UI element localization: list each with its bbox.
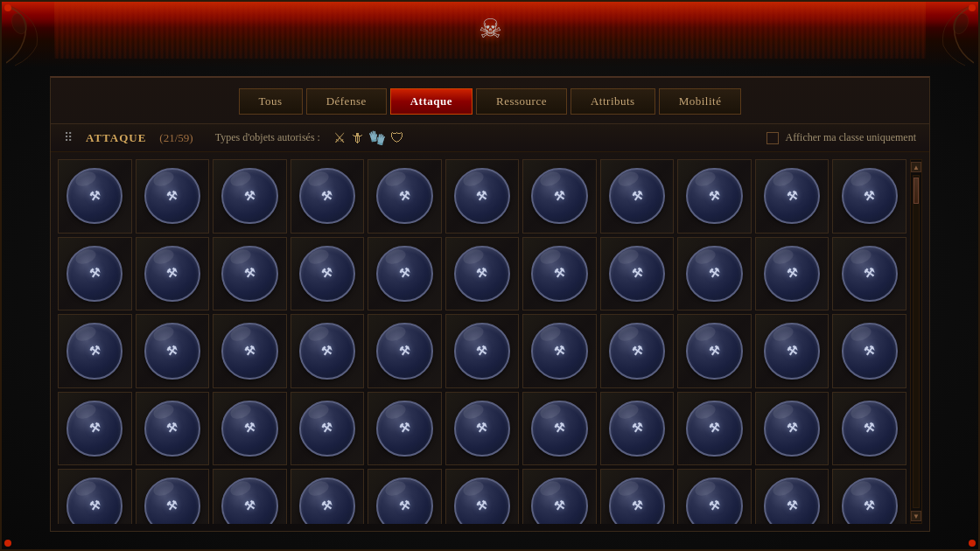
skill-cell[interactable]: ⚒ (600, 237, 675, 311)
tab-attributs[interactable]: Attributs (570, 88, 655, 115)
skill-cell[interactable]: ⚒ (832, 469, 906, 524)
skill-cell[interactable]: ⚒ (368, 469, 442, 524)
skill-cell[interactable]: ⚒ (290, 159, 365, 234)
skill-cell[interactable]: ⚒ (522, 159, 597, 234)
skill-icon: ⚒ (376, 478, 432, 524)
skill-cell[interactable]: ⚒ (600, 469, 675, 524)
skill-cell[interactable]: ⚒ (58, 469, 132, 524)
skill-cell[interactable]: ⚒ (213, 159, 287, 234)
skill-cell[interactable]: ⚒ (755, 237, 830, 311)
skill-cell[interactable]: ⚒ (290, 314, 365, 388)
skill-glyph: ⚒ (242, 188, 256, 205)
skill-icon: ⚒ (531, 478, 587, 524)
skill-cell[interactable]: ⚒ (445, 159, 520, 234)
class-filter-label: Afficher ma classe uniquement (786, 131, 916, 144)
skill-icon: ⚒ (842, 478, 898, 524)
svg-point-1 (950, 11, 970, 36)
skill-icon: ⚒ (221, 323, 277, 379)
shield-icon: 🛡 (390, 130, 404, 146)
skill-cell[interactable]: ⚒ (677, 392, 752, 466)
skill-glyph: ⚒ (553, 420, 567, 436)
skill-glyph: ⚒ (398, 188, 412, 205)
skill-cell[interactable]: ⚒ (445, 314, 520, 388)
skill-cell[interactable]: ⚒ (290, 469, 365, 524)
main-container: ☠ Tous Défense Attaque Ressource Attribu… (0, 0, 980, 551)
skill-cell[interactable]: ⚒ (677, 237, 752, 311)
skill-cell[interactable]: ⚒ (755, 159, 830, 234)
skill-cell[interactable]: ⚒ (522, 392, 597, 466)
skill-cell[interactable]: ⚒ (213, 237, 287, 311)
skill-cell[interactable]: ⚒ (522, 237, 597, 311)
skill-cell[interactable]: ⚒ (213, 314, 287, 388)
skill-cell[interactable]: ⚒ (522, 469, 597, 524)
skill-glyph: ⚒ (398, 420, 412, 436)
skill-cell[interactable]: ⚒ (600, 159, 675, 234)
skill-icon: ⚒ (299, 246, 355, 302)
skill-cell[interactable]: ⚒ (445, 392, 520, 466)
skill-icon: ⚒ (66, 323, 122, 379)
skill-cell[interactable]: ⚒ (677, 159, 752, 234)
types-label: Types d'objets autorisés : (215, 131, 320, 144)
skill-icon: ⚒ (144, 478, 200, 524)
skill-cell[interactable]: ⚒ (832, 392, 906, 466)
skill-cell[interactable]: ⚒ (58, 392, 132, 466)
skill-cell[interactable]: ⚒ (136, 392, 210, 466)
skill-icon: ⚒ (66, 168, 122, 224)
skill-cell[interactable]: ⚒ (58, 237, 132, 311)
skill-cell[interactable]: ⚒ (832, 237, 906, 311)
scroll-up-button[interactable]: ▲ (911, 162, 921, 172)
skill-cell[interactable]: ⚒ (136, 237, 210, 311)
skill-cell[interactable]: ⚒ (755, 314, 830, 388)
skill-icon: ⚒ (531, 401, 587, 457)
tab-tous[interactable]: Tous (239, 88, 303, 115)
skill-icon: ⚒ (221, 246, 277, 302)
skill-glyph: ⚒ (785, 188, 799, 205)
skill-cell[interactable]: ⚒ (368, 159, 442, 234)
skill-cell[interactable]: ⚒ (832, 314, 906, 388)
skill-glyph: ⚒ (708, 188, 722, 205)
skill-glyph: ⚒ (863, 188, 877, 205)
skill-cell[interactable]: ⚒ (136, 469, 210, 524)
skill-cell[interactable]: ⚒ (755, 469, 830, 524)
corner-dot-top-right (969, 4, 976, 11)
skill-cell[interactable]: ⚒ (58, 159, 132, 234)
skill-cell[interactable]: ⚒ (136, 314, 210, 388)
tab-defense[interactable]: Défense (306, 88, 387, 115)
skill-icon: ⚒ (531, 323, 587, 379)
skill-glyph: ⚒ (863, 265, 877, 282)
skill-icon: ⚒ (764, 246, 820, 302)
tab-ressource[interactable]: Ressource (476, 88, 567, 115)
scroll-thumb[interactable] (914, 178, 919, 204)
skill-cell[interactable]: ⚒ (677, 314, 752, 388)
skill-cell[interactable]: ⚒ (368, 314, 442, 388)
tab-mobilite[interactable]: Mobilité (659, 88, 742, 115)
nav-tabs: Tous Défense Attaque Ressource Attributs… (51, 78, 929, 123)
skill-cell[interactable]: ⚒ (832, 159, 906, 234)
scroll-down-button[interactable]: ▼ (911, 511, 921, 521)
skill-cell[interactable]: ⚒ (136, 159, 210, 234)
skill-cell[interactable]: ⚒ (600, 314, 675, 388)
skill-icon: ⚒ (454, 478, 510, 524)
tab-attaque[interactable]: Attaque (390, 88, 472, 115)
skill-glyph: ⚒ (475, 420, 489, 436)
skill-cell[interactable]: ⚒ (58, 314, 132, 388)
skill-cell[interactable]: ⚒ (213, 469, 287, 524)
skill-cell[interactable]: ⚒ (755, 392, 830, 466)
skill-cell[interactable]: ⚒ (677, 469, 752, 524)
skill-cell[interactable]: ⚒ (290, 237, 365, 311)
skill-cell[interactable]: ⚒ (522, 314, 597, 388)
skill-glyph: ⚒ (320, 188, 334, 205)
skill-glyph: ⚒ (708, 420, 722, 436)
skill-cell[interactable]: ⚒ (213, 392, 287, 466)
skill-cell[interactable]: ⚒ (445, 237, 520, 311)
skill-cell[interactable]: ⚒ (368, 392, 442, 466)
skill-cell[interactable]: ⚒ (368, 237, 442, 311)
skill-icon: ⚒ (376, 401, 432, 457)
skill-icon: ⚒ (764, 478, 820, 524)
dagger-icon: 🗡 (350, 130, 364, 146)
skill-icon: ⚒ (842, 401, 898, 457)
skill-cell[interactable]: ⚒ (445, 469, 520, 524)
skill-cell[interactable]: ⚒ (600, 392, 675, 466)
skill-cell[interactable]: ⚒ (290, 392, 365, 466)
class-filter-checkbox[interactable] (766, 132, 779, 144)
